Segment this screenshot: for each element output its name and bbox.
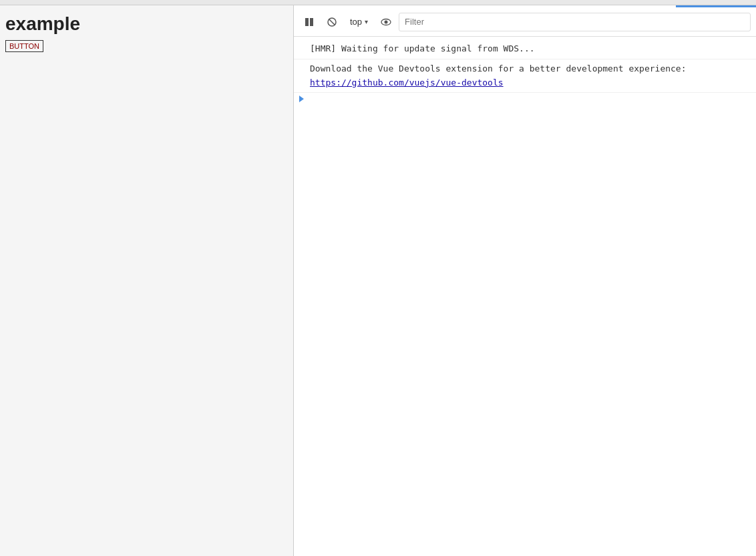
app-title: example [5,13,288,35]
svg-rect-0 [305,18,309,26]
chevron-right-icon[interactable] [299,96,304,102]
top-bar [0,0,756,5]
log-entry: Download the Vue Devtools extension for … [294,59,756,94]
log-text-2-line1: Download the Vue Devtools extension for … [310,63,687,74]
log-entry: [HMR] Waiting for update signal from WDS… [294,39,756,59]
right-panel: top ▾ [HMR] Waiting for update signal fr… [294,5,756,556]
eye-icon [381,17,391,27]
left-panel: example BUTTON [0,5,294,556]
context-dropdown[interactable]: top ▾ [345,15,373,29]
context-label: top [350,17,362,27]
console-toolbar: top ▾ [294,7,756,37]
stop-button[interactable] [322,13,342,31]
visibility-button[interactable] [376,13,396,31]
filter-input[interactable] [399,13,751,31]
chevron-down-icon: ▾ [365,18,368,25]
run-button[interactable] [299,13,319,31]
log-text-1: [HMR] Waiting for update signal from WDS… [310,43,535,53]
block-icon [327,17,337,27]
svg-rect-1 [310,18,313,26]
button-preview[interactable]: BUTTON [5,40,43,52]
console-log: [HMR] Waiting for update signal from WDS… [294,37,756,556]
main-area: example BUTTON to [0,5,756,556]
svg-line-3 [329,19,335,25]
svg-point-5 [385,20,388,23]
log-expand-entry[interactable] [294,93,756,105]
play-icon [304,17,315,27]
vue-devtools-link[interactable]: https://github.com/vuejs/vue-devtools [310,78,504,88]
